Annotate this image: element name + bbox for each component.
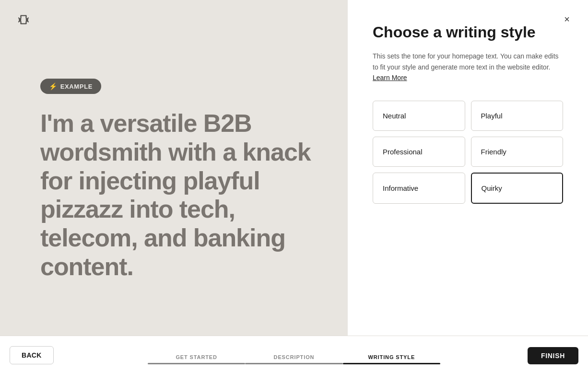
style-option-professional[interactable]: Professional <box>373 137 465 167</box>
squarespace-logo <box>13 10 34 30</box>
style-option-neutral[interactable]: Neutral <box>373 101 465 131</box>
back-button[interactable]: BACK <box>10 346 54 364</box>
style-option-playful-label: Playful <box>481 112 503 120</box>
right-panel: × Choose a writing style This sets the t… <box>348 0 588 372</box>
style-option-neutral-label: Neutral <box>383 112 406 120</box>
step-get-started: GET STARTED <box>148 354 245 372</box>
style-option-quirky[interactable]: Quirky <box>471 173 564 204</box>
style-option-quirky-label: Quirky <box>482 184 502 192</box>
hero-text: I'm a versatile B2B wordsmith with a kna… <box>40 109 319 281</box>
main-layout: ⚡ EXAMPLE I'm a versatile B2B wordsmith … <box>0 0 588 372</box>
panel-description: This sets the tone for your homepage tex… <box>373 51 563 83</box>
style-option-friendly[interactable]: Friendly <box>471 137 564 167</box>
step-writing-style-label: WRITING STYLE <box>368 354 415 360</box>
left-panel: ⚡ EXAMPLE I'm a versatile B2B wordsmith … <box>0 0 348 372</box>
style-option-professional-label: Professional <box>383 148 423 156</box>
logo-area <box>13 10 34 30</box>
step-description: DESCRIPTION <box>245 354 342 372</box>
close-icon: × <box>564 14 570 25</box>
description-text: This sets the tone for your homepage tex… <box>373 52 559 70</box>
style-option-informative[interactable]: Informative <box>373 173 465 204</box>
style-option-playful[interactable]: Playful <box>471 101 564 131</box>
example-badge-label: EXAMPLE <box>60 83 93 90</box>
close-button[interactable]: × <box>559 12 575 27</box>
step-writing-style: WRITING STYLE <box>343 354 440 372</box>
step-get-started-label: GET STARTED <box>176 354 217 360</box>
style-option-friendly-label: Friendly <box>481 148 506 156</box>
step-description-label: DESCRIPTION <box>274 354 315 360</box>
style-option-informative-label: Informative <box>383 184 418 192</box>
step-get-started-bar <box>148 363 245 364</box>
step-description-bar <box>245 363 342 364</box>
panel-title: Choose a writing style <box>373 23 563 41</box>
bottom-bar: BACK GET STARTED DESCRIPTION WRITING STY… <box>0 336 588 372</box>
style-grid: Neutral Playful Professional Friendly In… <box>373 101 563 204</box>
example-badge: ⚡ EXAMPLE <box>40 79 101 94</box>
lightning-icon: ⚡ <box>49 82 58 90</box>
finish-button[interactable]: FINISH <box>528 347 578 364</box>
step-writing-style-bar <box>343 363 440 364</box>
learn-more-link[interactable]: Learn More <box>373 74 407 81</box>
progress-steps: GET STARTED DESCRIPTION WRITING STYLE <box>148 354 440 372</box>
